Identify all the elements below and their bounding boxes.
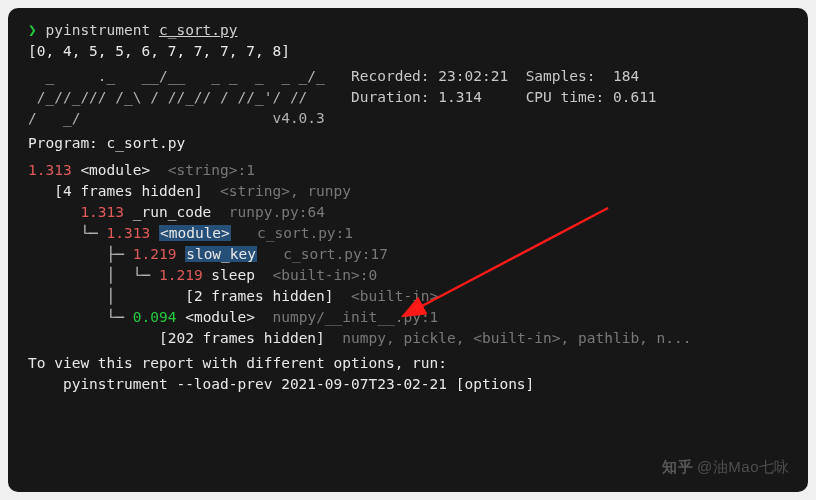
terminal-window: ❯ pyinstrument c_sort.py [0, 4, 5, 5, 6,… xyxy=(8,8,808,492)
tree-branch-icon: └─ xyxy=(80,309,132,325)
profile-tree: 1.313 <module> <string>:1 [4 frames hidd… xyxy=(28,160,788,349)
program-name: c_sort.py xyxy=(107,135,186,151)
time-value: 0.094 xyxy=(133,309,177,325)
ascii-banner-l1: _ ._ __/__ _ _ _ _ _/_ Recorded: 23:02:2… xyxy=(28,66,788,87)
time-value: 1.313 xyxy=(107,225,151,241)
samples-value: 184 xyxy=(613,68,639,84)
ascii-banner-l2: /_//_/// /_\ / //_// / //_'/ // Duration… xyxy=(28,87,788,108)
recorded-label: Recorded: xyxy=(351,68,430,84)
tree-node: └─ 0.094 <module> numpy/__init__.py:1 xyxy=(28,307,788,328)
func-name-highlight: <module> xyxy=(159,225,231,241)
time-value: 1.313 xyxy=(28,162,72,178)
output-list: [0, 4, 5, 5, 6, 7, 7, 7, 7, 8] xyxy=(28,41,788,62)
tree-node: │ └─ 1.219 sleep <built-in>:0 xyxy=(28,265,788,286)
func-name: _run_code xyxy=(133,204,212,220)
tree-branch-icon: ├─ xyxy=(80,246,132,262)
duration-label: Duration: xyxy=(351,89,430,105)
duration-value: 1.314 xyxy=(438,89,482,105)
hidden-frames: │ [2 frames hidden] <built-in> xyxy=(28,286,788,307)
prompt-arrow-icon: ❯ xyxy=(28,22,37,38)
func-name: <module> xyxy=(185,309,255,325)
tree-branch-icon xyxy=(80,330,159,346)
program-label: Program: xyxy=(28,135,98,151)
source-loc: c_sort.py:1 xyxy=(257,225,353,241)
tree-root: 1.313 <module> <string>:1 xyxy=(28,160,788,181)
watermark-text: @油Mao七咏 xyxy=(697,456,790,478)
hidden-loc: <string>, runpy xyxy=(220,183,351,199)
tree-node-slowkey: ├─ 1.219 slow_key c_sort.py:17 xyxy=(28,244,788,265)
hidden-frames: [4 frames hidden] <string>, runpy xyxy=(28,181,788,202)
zhihu-logo-icon: 知乎 xyxy=(662,456,693,478)
cpu-label: CPU time: xyxy=(526,89,605,105)
tree-node: 1.313 _run_code runpy.py:64 xyxy=(28,202,788,223)
footer-line2: pyinstrument --load-prev 2021-09-07T23-0… xyxy=(28,374,788,395)
watermark: 知乎 @油Mao七咏 xyxy=(662,456,790,478)
time-value: 1.313 xyxy=(80,204,124,220)
command-line[interactable]: ❯ pyinstrument c_sort.py xyxy=(28,20,788,41)
source-loc: <built-in>:0 xyxy=(272,267,377,283)
ascii-banner-l3: / _/ v4.0.3 xyxy=(28,108,788,129)
cpu-value: 0.611 xyxy=(613,89,657,105)
recorded-value: 23:02:21 xyxy=(438,68,508,84)
hidden-frames: [202 frames hidden] numpy, pickle, <buil… xyxy=(28,328,788,349)
hidden-loc: numpy, pickle, <built-in>, pathlib, n... xyxy=(342,330,691,346)
command-arg: c_sort.py xyxy=(159,22,238,38)
hidden-label: [202 frames hidden] xyxy=(159,330,342,346)
samples-label: Samples: xyxy=(526,68,596,84)
tree-node: └─ 1.313 <module> c_sort.py:1 xyxy=(28,223,788,244)
command-name: pyinstrument xyxy=(45,22,150,38)
hidden-loc: <built-in> xyxy=(351,288,438,304)
tree-branch-icon: │ └─ xyxy=(80,267,159,283)
hidden-label: [4 frames hidden] xyxy=(54,183,220,199)
source-loc: c_sort.py:17 xyxy=(283,246,388,262)
func-name: sleep xyxy=(211,267,255,283)
footer-line1: To view this report with different optio… xyxy=(28,353,788,374)
func-name-highlight: slow_key xyxy=(185,246,257,262)
source-loc: <string>:1 xyxy=(168,162,255,178)
tree-branch-icon: └─ xyxy=(80,225,106,241)
source-loc: runpy.py:64 xyxy=(229,204,325,220)
time-value: 1.219 xyxy=(133,246,177,262)
hidden-label: [2 frames hidden] xyxy=(185,288,351,304)
func-name: <module> xyxy=(80,162,150,178)
program-line: Program: c_sort.py xyxy=(28,133,788,154)
time-value: 1.219 xyxy=(159,267,203,283)
tree-branch-icon: │ xyxy=(80,288,185,304)
source-loc: numpy/__init__.py:1 xyxy=(272,309,438,325)
